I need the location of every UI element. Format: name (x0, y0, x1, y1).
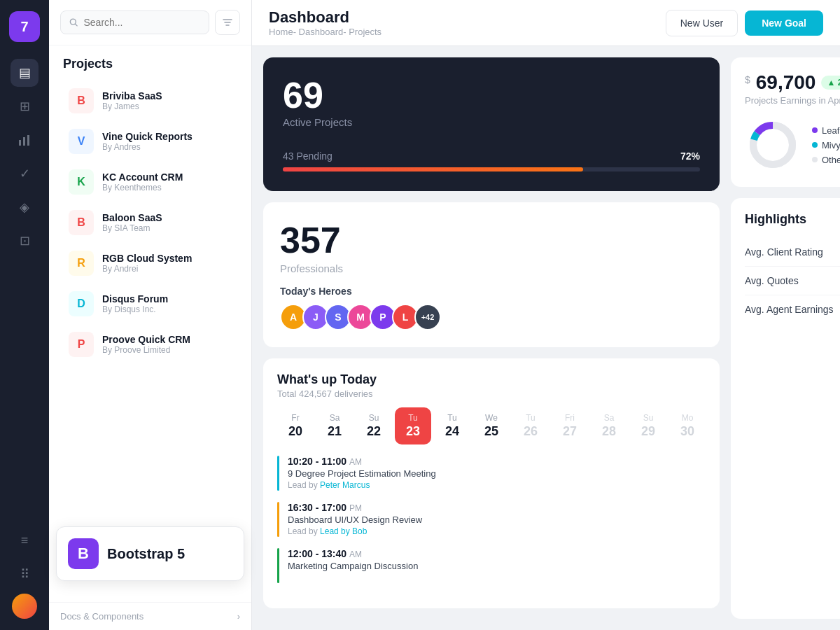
nav-icon-briefcase[interactable]: ⊡ (10, 227, 38, 255)
nav-icon-layers[interactable]: ◈ (10, 193, 38, 221)
legend-dot (812, 157, 818, 162)
earnings-amount: 69,700 (756, 71, 816, 94)
project-icon: D (69, 291, 94, 316)
project-name: Proove Quick CRM (102, 334, 190, 345)
project-item[interactable]: V Vine Quick Reports By Andres (55, 122, 246, 161)
project-item[interactable]: K KC Account CRM By Keenthemes (55, 162, 246, 202)
day-name: Fr (291, 413, 299, 423)
calendar-day[interactable]: Fri27 (552, 407, 588, 444)
search-input-wrap[interactable] (60, 10, 209, 34)
day-name: Su (369, 413, 379, 423)
nav-icon-dashboard[interactable]: ▤ (10, 59, 38, 87)
project-icon: K (69, 169, 94, 195)
donut-svg (745, 117, 801, 173)
nav-icon-check[interactable]: ✓ (10, 160, 38, 188)
highlight-row: Avg. Agent Earnings ↗ $2,309 (745, 295, 840, 323)
header-actions: New User New Goal (666, 10, 823, 36)
calendar-day[interactable]: Mo30 (669, 407, 706, 444)
project-name: RGB Cloud System (102, 253, 192, 264)
professionals-label: Professionals (280, 262, 703, 274)
project-by: By Keenthemes (102, 183, 183, 192)
event-item: 10:20 - 11:00 AM 9 Degree Project Estima… (277, 456, 706, 491)
event-time: 10:20 - 11:00 AM (288, 456, 706, 467)
svg-rect-1 (23, 137, 25, 146)
event-person-link[interactable]: Peter Marcus (320, 480, 370, 490)
progress-info: 43 Pending 72% (283, 150, 700, 162)
calendar-day[interactable]: Su29 (630, 407, 666, 444)
schedule-title: What's up Today (277, 372, 706, 387)
project-list: B Briviba SaaS By James V Vine Quick Rep… (49, 77, 251, 602)
calendar-day[interactable]: Fr20 (277, 407, 314, 444)
content-area: 69 Active Projects 43 Pending 72% 357 Pr… (252, 46, 840, 630)
donut-chart (745, 117, 801, 173)
calendar-day[interactable]: We25 (473, 407, 510, 444)
event-item: 16:30 - 17:00 PM Dashboard UI/UX Design … (277, 502, 706, 537)
day-number: 25 (484, 424, 498, 439)
project-by: By James (102, 102, 162, 111)
event-title: 9 Degree Project Estimation Meeting (288, 468, 706, 479)
sidebar: Projects B Briviba SaaS By James V Vine … (49, 0, 252, 630)
event-ampm: AM (349, 457, 362, 467)
project-icon: B (69, 88, 94, 113)
highlight-row: Avg. Quotes ↙ 730 (745, 267, 840, 295)
event-person-link[interactable]: Lead by Bob (320, 526, 367, 536)
day-number: 28 (602, 424, 616, 439)
bootstrap-label: Bootstrap 5 (107, 546, 185, 562)
project-item[interactable]: B Baloon SaaS By SIA Team (55, 203, 246, 242)
legend-item: Mivy App $2,820 (812, 140, 840, 150)
event-time: 12:00 - 13:40 AM (288, 548, 706, 559)
nav-avatar[interactable]: 7 (9, 11, 40, 42)
day-number: 21 (328, 424, 342, 439)
calendar-day[interactable]: Tu26 (512, 407, 549, 444)
project-name: Briviba SaaS (102, 90, 162, 102)
earnings-subtitle: Projects Earnings in April (745, 95, 840, 106)
nav-icon-list[interactable]: ≡ (10, 526, 38, 554)
new-user-button[interactable]: New User (666, 10, 738, 36)
project-name: Disqus Forum (102, 293, 168, 304)
nav-icon-apps[interactable]: ⠿ (10, 560, 38, 588)
calendar-day[interactable]: Tu24 (434, 407, 470, 444)
search-bar (49, 0, 251, 46)
new-goal-button[interactable]: New Goal (745, 10, 823, 36)
filter-icon (223, 18, 232, 27)
professionals-card: 357 Professionals Today's Heroes AJSMPL+… (263, 202, 720, 347)
user-avatar[interactable] (12, 594, 37, 619)
highlights-rows: Avg. Client Rating ↗ 7.8 10 Avg. Quotes … (745, 238, 840, 323)
svg-rect-2 (27, 135, 29, 146)
progress-bar-wrap (283, 167, 700, 172)
navigation-bar: 7 ▤ ⊞ ✓ ◈ ⊡ ≡ ⠿ (0, 0, 49, 630)
project-item[interactable]: D Disqus Forum By Disqus Inc. (55, 284, 246, 323)
filter-button[interactable] (215, 10, 240, 35)
heroes-section: Today's Heroes AJSMPL+42 (280, 286, 703, 330)
project-by: By Proove Limited (102, 345, 190, 355)
professionals-count: 357 (280, 219, 703, 261)
search-input[interactable] (83, 17, 200, 28)
highlight-name: Avg. Client Rating (745, 246, 823, 258)
project-item[interactable]: B Briviba SaaS By James (55, 81, 246, 120)
nav-icon-grid[interactable]: ⊞ (10, 92, 38, 120)
event-title: Dashboard UI/UX Design Review (288, 514, 706, 525)
project-name: KC Account CRM (102, 172, 183, 183)
svg-rect-0 (19, 140, 21, 146)
left-column: 69 Active Projects 43 Pending 72% 357 Pr… (263, 57, 720, 619)
calendar-day[interactable]: Tu23 (395, 407, 431, 444)
calendar-day[interactable]: Su22 (356, 407, 392, 444)
project-item[interactable]: P Proove Quick CRM By Proove Limited (55, 325, 246, 364)
event-border (277, 456, 279, 491)
docs-link[interactable]: Docs & Components (60, 611, 144, 622)
project-by: By Disqus Inc. (102, 304, 168, 314)
project-info: Vine Quick Reports By Andres (102, 131, 192, 152)
calendar-day[interactable]: Sa28 (591, 407, 627, 444)
donut-section: Leaf CRM $7,660 Mivy App $2,820 Others $… (745, 117, 840, 173)
events-container: 10:20 - 11:00 AM 9 Degree Project Estima… (277, 456, 706, 583)
earnings-top: $ 69,700 ▲ 2.2% (745, 71, 840, 94)
nav-icon-chart[interactable] (10, 126, 38, 154)
chevron-right-icon: › (237, 611, 240, 622)
sidebar-footer: Docs & Components › (49, 602, 251, 630)
legend-dot (812, 142, 818, 148)
calendar-day[interactable]: Sa21 (316, 407, 353, 444)
event-info: 12:00 - 13:40 AM Marketing Campaign Disc… (288, 548, 706, 573)
project-item[interactable]: R RGB Cloud System By Andrei (55, 244, 246, 283)
event-border (277, 502, 279, 537)
project-by: By SIA Team (102, 223, 162, 233)
